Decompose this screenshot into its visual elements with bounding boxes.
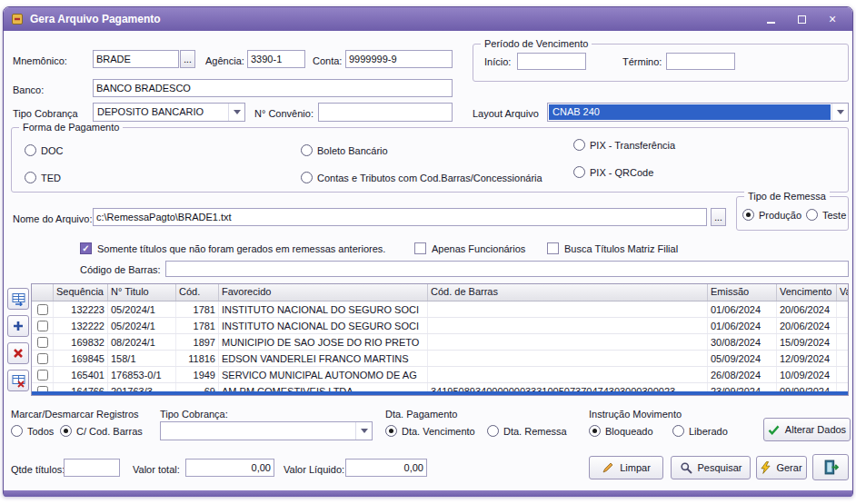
header-titulo[interactable]: N° Titulo xyxy=(108,284,176,301)
radio-circle xyxy=(672,425,684,437)
add-row-button[interactable] xyxy=(7,315,29,337)
radio-circle xyxy=(301,144,313,156)
header-vencimento[interactable]: Vencimento xyxy=(777,284,837,301)
header-sequencia[interactable]: Sequência xyxy=(54,284,108,301)
valor-liquido-label: Valor Líquido: xyxy=(284,464,344,475)
codigo-barras-input[interactable] xyxy=(165,261,849,277)
cell-val xyxy=(837,301,848,317)
radio-dta-remessa[interactable]: Dta. Remessa xyxy=(487,425,567,437)
valor-total-input[interactable] xyxy=(185,459,274,477)
conta-input[interactable] xyxy=(345,50,453,68)
header-cod[interactable]: Cód. xyxy=(176,284,219,301)
radio-ted[interactable]: TED xyxy=(25,172,61,183)
cell-vencimento: 10/09/2024 xyxy=(777,367,837,382)
table-row[interactable]: 169845 158/1 11816 EDSON VANDERLEI FRANC… xyxy=(32,351,848,367)
checkbox-apenas-funcionarios[interactable]: Apenas Funcionários xyxy=(414,242,525,254)
convenio-label: N° Convênio: xyxy=(254,108,314,119)
cell-cod: 1781 xyxy=(176,301,219,317)
titlebar[interactable]: Gera Arquivo Pagamento × xyxy=(4,7,852,31)
radio-boleto-label: Boleto Bancário xyxy=(317,145,388,156)
cell-barras xyxy=(428,318,708,333)
periodo-vencimento-group: Período de Vencimento Início: Término: xyxy=(473,44,849,82)
valor-liquido-input[interactable] xyxy=(345,459,427,477)
radio-bloqueado[interactable]: Bloqueado xyxy=(589,425,653,437)
mnemonico-browse-button[interactable]: ... xyxy=(180,50,195,68)
cell-vencimento: 12/09/2024 xyxy=(777,351,837,366)
radio-dta-vencimento[interactable]: Dta. Vencimento xyxy=(385,425,475,437)
radio-circle xyxy=(487,425,499,437)
grid-uncheck-all-button[interactable] xyxy=(7,370,29,391)
minimize-button[interactable] xyxy=(758,10,783,28)
exit-button[interactable] xyxy=(812,454,849,480)
radio-dta-remessa-label: Dta. Remessa xyxy=(503,426,567,437)
radio-circle xyxy=(25,172,36,183)
row-checkbox[interactable] xyxy=(37,370,48,380)
radio-todos[interactable]: Todos xyxy=(11,425,54,437)
chevron-down-icon xyxy=(228,104,244,121)
grid-uncheck-all-icon xyxy=(12,374,25,388)
cell-emissao: 01/06/2024 xyxy=(708,318,777,333)
window-controls: × xyxy=(758,10,845,28)
gerar-button[interactable]: Gerar xyxy=(756,456,807,479)
header-emissao[interactable]: Emissão xyxy=(708,284,777,301)
radio-boleto[interactable]: Boleto Bancário xyxy=(301,144,388,156)
titles-table[interactable]: Sequência N° Titulo Cód. Favorecido Cód.… xyxy=(31,283,849,396)
maximize-icon xyxy=(798,15,806,24)
cell-cod: 1897 xyxy=(176,334,219,350)
radio-circle xyxy=(806,209,818,221)
maximize-button[interactable] xyxy=(789,10,814,28)
tipo-cobranca-filtro-combo[interactable] xyxy=(160,421,373,440)
header-favorecido[interactable]: Favorecido xyxy=(219,284,428,301)
mnemonico-input[interactable] xyxy=(93,50,179,68)
radio-pix-transferencia[interactable]: PIX - Transferência xyxy=(573,139,675,151)
radio-contas-tributos[interactable]: Contas e Tributos com Cod.Barras/Concess… xyxy=(301,172,542,183)
tipo-cobranca-combo[interactable]: DEPOSITO BANCARIO xyxy=(93,103,245,122)
header-barras[interactable]: Cód. de Barras xyxy=(428,284,708,301)
checkbox-icon xyxy=(547,242,559,254)
banco-input[interactable] xyxy=(93,79,453,97)
table-row[interactable]: 132223 05/2024/1 1781 INSTITUTO NACIONAL… xyxy=(32,301,848,318)
table-row[interactable]: 132222 05/2024/1 1781 INSTITUTO NACIONAL… xyxy=(32,318,848,334)
radio-doc[interactable]: DOC xyxy=(25,144,63,156)
layout-arquivo-combo[interactable]: CNAB 240 xyxy=(547,103,849,122)
inicio-input[interactable] xyxy=(517,53,586,70)
qtde-titulos-label: Qtde títulos: xyxy=(11,464,65,475)
table-row[interactable]: 169832 08/2024/1 1897 MUNICIPIO DE SAO J… xyxy=(32,334,848,351)
alterar-dados-button[interactable]: Alterar Dados xyxy=(763,418,851,441)
checkbox-somente-titulos[interactable]: Somente títulos que não foram gerados em… xyxy=(80,242,385,254)
table-row[interactable]: 165401 176853-0/1 1949 SERVICO MUNICIPAL… xyxy=(32,367,848,383)
add-row-icon xyxy=(12,320,25,332)
checkbox-busca-matriz-filial[interactable]: Busca Títulos Matriz Filial xyxy=(547,242,678,254)
app-icon xyxy=(11,13,24,25)
close-button[interactable]: × xyxy=(820,10,845,28)
row-checkbox[interactable] xyxy=(37,321,48,331)
qtde-titulos-input[interactable] xyxy=(64,459,120,477)
row-checkbox[interactable] xyxy=(37,353,48,364)
row-checkbox[interactable] xyxy=(37,337,48,348)
radio-producao[interactable]: Produção xyxy=(742,209,801,221)
radio-circle xyxy=(573,139,585,151)
agencia-input[interactable] xyxy=(247,50,305,68)
banco-label: Banco: xyxy=(13,84,44,95)
radio-com-cod-barras[interactable]: C/ Cod. Barras xyxy=(60,425,143,437)
nome-arquivo-browse-button[interactable]: ... xyxy=(711,208,726,226)
cell-favorecido: MUNICIPIO DE SAO JOSE DO RIO PRETO xyxy=(219,334,428,350)
radio-teste[interactable]: Teste xyxy=(806,209,846,221)
convenio-input[interactable] xyxy=(318,103,453,122)
termino-input[interactable] xyxy=(666,53,735,70)
radio-liberado[interactable]: Liberado xyxy=(672,425,728,437)
grid-check-all-button[interactable] xyxy=(7,288,29,310)
radio-producao-label: Produção xyxy=(759,210,801,221)
radio-pix-qrcode[interactable]: PIX - QRCode xyxy=(573,166,653,178)
radio-cbarras-label: C/ Cod. Barras xyxy=(76,426,143,437)
termino-label: Término: xyxy=(622,56,662,67)
cell-vencimento: 20/06/2024 xyxy=(777,301,837,317)
nome-arquivo-input[interactable] xyxy=(93,208,707,226)
limpar-button[interactable]: Limpar xyxy=(589,456,663,479)
header-val[interactable]: Val xyxy=(837,284,848,301)
pesquisar-button[interactable]: Pesquisar xyxy=(671,456,751,479)
row-checkbox[interactable] xyxy=(37,304,48,315)
delete-row-button[interactable] xyxy=(7,342,29,364)
checkbox-somente-label: Somente títulos que não foram gerados em… xyxy=(97,243,385,254)
mnemonico-label: Mnemônico: xyxy=(13,55,67,66)
